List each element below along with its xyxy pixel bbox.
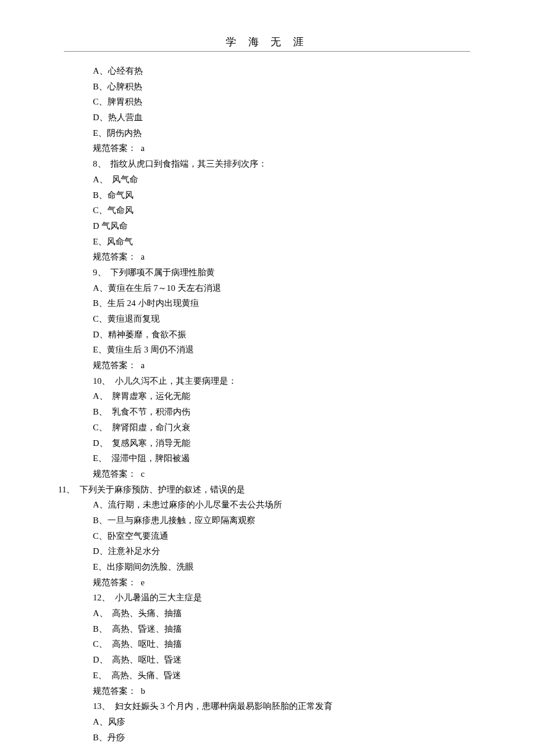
header-divider bbox=[64, 51, 470, 52]
text-line: B、一旦与麻疹患儿接触，应立即隔离观察 bbox=[58, 513, 476, 528]
text-line: B、丹痧 bbox=[58, 730, 476, 746]
text-line: 10、 小儿久泻不止，其主要病理是： bbox=[58, 373, 476, 389]
text-line: E、阴伤内热 bbox=[58, 125, 476, 141]
text-line: D 气风命 bbox=[58, 218, 476, 234]
text-line: 9、 下列哪项不属于病理性胎黄 bbox=[58, 265, 476, 280]
text-line: 12、 小儿暑温的三大主症是 bbox=[58, 590, 476, 606]
text-line: E、出疹期间勿洗脸、洗眼 bbox=[58, 559, 476, 575]
text-line: 8、 指纹从虎口到食指端，其三关排列次序： bbox=[58, 156, 476, 172]
text-line: A、心经有热 bbox=[58, 63, 476, 79]
text-line: E、 湿滞中阻，脾阳被遏 bbox=[58, 451, 476, 466]
text-line: C、 脾肾阳虚，命门火衰 bbox=[58, 420, 476, 435]
text-line: C、气命风 bbox=[58, 203, 476, 218]
text-line: A、 高热、头痛、抽搐 bbox=[58, 606, 476, 621]
text-line: 规范答案： c bbox=[58, 466, 476, 482]
text-line: C、黄疸退而复现 bbox=[58, 311, 476, 327]
text-line: A、黄疸在生后 7～10 天左右消退 bbox=[58, 280, 476, 296]
text-line: B、 乳食不节，积滞内伤 bbox=[58, 404, 476, 420]
text-line: 规范答案： b bbox=[58, 683, 476, 699]
document-body: A、心经有热B、心脾积热C、脾胃积热D、热人营血E、阴伤内热规范答案： a8、 … bbox=[58, 63, 476, 745]
document-page: 学 海 无 涯 A、心经有热B、心脾积热C、脾胃积热D、热人营血E、阴伤内热规范… bbox=[0, 0, 534, 756]
text-line: E、 高热、头痛、昏迷 bbox=[58, 668, 476, 683]
text-line: E、黄疸生后 3 周仍不消退 bbox=[58, 342, 476, 358]
text-line: C、脾胃积热 bbox=[58, 94, 476, 110]
text-line: C、 高热、呕吐、抽搐 bbox=[58, 636, 476, 652]
text-line: D、注意补足水分 bbox=[58, 543, 476, 559]
text-line: A、 脾胃虚寒，运化无能 bbox=[58, 388, 476, 404]
text-line: 13、 妇女妊娠头 3 个月内，患哪种病最易影响胚胎的正常发育 bbox=[58, 699, 476, 714]
text-line: B、生后 24 小时内出现黄疸 bbox=[58, 296, 476, 311]
text-line: B、命气风 bbox=[58, 188, 476, 203]
text-line: 11、 下列关于麻疹预防、护理的叙述，错误的是 bbox=[58, 482, 476, 498]
text-line: C、卧室空气要流通 bbox=[58, 528, 476, 544]
text-line: D、精神萎靡，食欲不振 bbox=[58, 327, 476, 343]
page-title: 学 海 无 涯 bbox=[58, 35, 476, 49]
text-line: 规范答案： e bbox=[58, 575, 476, 591]
text-line: A、风疹 bbox=[58, 714, 476, 730]
text-line: 规范答案： a bbox=[58, 358, 476, 373]
text-line: B、 高热、昏迷、抽搐 bbox=[58, 621, 476, 637]
text-line: D、 高热、呕吐、昏迷 bbox=[58, 652, 476, 668]
text-line: D、 复感风寒，消导无能 bbox=[58, 435, 476, 451]
text-line: A、流行期，未患过麻疹的小儿尽量不去公共场所 bbox=[58, 497, 476, 513]
text-line: B、心脾积热 bbox=[58, 79, 476, 95]
text-line: 规范答案： a bbox=[58, 141, 476, 156]
text-line: 规范答案： a bbox=[58, 249, 476, 265]
text-line: E、风命气 bbox=[58, 234, 476, 250]
text-line: D、热人营血 bbox=[58, 110, 476, 125]
text-line: A、 风气命 bbox=[58, 172, 476, 188]
